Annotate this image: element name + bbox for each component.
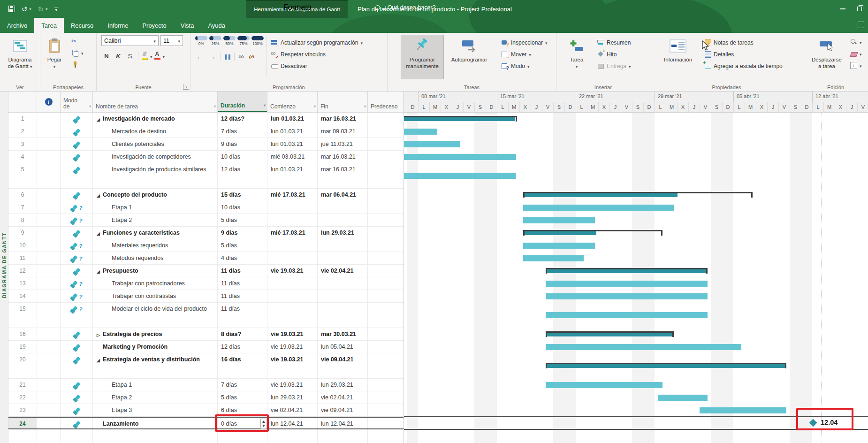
table-row[interactable]: 4 ? Investigación de competidores 10 día… <box>8 151 404 163</box>
expand-collapse-icon[interactable]: ◢ <box>97 115 103 123</box>
table-row[interactable]: 8 ? Etapa 2 5 días <box>8 214 404 227</box>
cell-info[interactable] <box>37 277 61 290</box>
expand-collapse-icon[interactable] <box>106 407 112 408</box>
task-bar[interactable] <box>523 243 595 249</box>
cell-task-name[interactable]: ◢ Presupuesto <box>93 265 218 277</box>
cell-duration[interactable]: 7 días <box>218 379 267 391</box>
row-number[interactable]: 13 <box>8 277 37 290</box>
table-row[interactable]: 5 ? Investigación de productos similares… <box>8 163 404 189</box>
font-name-combo[interactable]: Calibri <box>101 35 159 46</box>
header-modo[interactable]: Modode ▾ <box>61 92 93 112</box>
expand-collapse-icon[interactable] <box>106 293 112 294</box>
cell-finish-date[interactable]: mar 06.04.21 <box>318 189 368 201</box>
manually-schedule-button[interactable]: Programar manualmente <box>401 35 444 79</box>
cell-finish-date[interactable]: lun 05.04.21 <box>318 341 368 353</box>
row-number[interactable]: 10 <box>8 239 37 252</box>
cell-duration[interactable]: 11 días <box>218 277 267 290</box>
cell-task-mode[interactable]: ? <box>61 151 93 163</box>
cell-duration[interactable]: 11 días <box>218 290 267 302</box>
table-row[interactable]: 6 ? ◢ Concepto del producto 15 días mié … <box>8 189 404 201</box>
cell-info[interactable] <box>37 227 61 239</box>
expand-collapse-icon[interactable] <box>106 166 112 167</box>
cell-finish-date[interactable] <box>318 239 368 252</box>
ribbon-tab[interactable]: Recurso <box>64 18 100 33</box>
cell-task-name[interactable]: Materiales requeridos <box>93 239 218 252</box>
header-row-number[interactable] <box>8 92 37 112</box>
cell-task-name[interactable]: Investigación de productos similares <box>93 163 218 188</box>
cell-info[interactable] <box>37 138 61 150</box>
cell-task-mode[interactable]: ? <box>61 303 93 328</box>
minimize-button[interactable] <box>834 0 851 18</box>
scroll-to-task-button[interactable]: Desplazarse a tarea <box>807 35 846 79</box>
cell-info[interactable] <box>37 353 61 378</box>
cell-start-date[interactable]: lun 01.03.21 <box>267 125 318 137</box>
save-icon[interactable] <box>8 6 15 12</box>
cell-task-mode[interactable]: ? <box>61 163 93 188</box>
task-bar[interactable] <box>546 363 786 369</box>
cell-predecessors[interactable] <box>368 418 404 428</box>
task-bar[interactable] <box>546 331 674 337</box>
task-bar[interactable] <box>546 312 708 318</box>
cell-start-date[interactable]: vie 02.04.21 <box>267 404 318 416</box>
table-row[interactable]: 13 ? Trabajar con patrocinadores 11 días <box>8 277 404 290</box>
table-row[interactable]: 9 ? ◢ Funciones y características 9 días… <box>8 227 404 239</box>
bold-button[interactable]: N <box>101 51 112 61</box>
cell-info[interactable] <box>37 328 61 340</box>
italic-button[interactable]: K <box>113 51 123 61</box>
cell-task-mode[interactable]: ? <box>61 277 93 290</box>
tell-me-search[interactable]: ¿Qué desea hacer? <box>375 0 436 15</box>
row-number[interactable]: 4 <box>8 151 37 163</box>
cell-task-name[interactable]: Modelar el ciclo de vida del producto <box>93 303 218 328</box>
cell-duration[interactable]: 7 días <box>218 125 267 137</box>
table-row[interactable]: 14 ? Trabajar con contratistas 11 días <box>8 290 404 303</box>
cell-start-date[interactable]: lun 12.04.21 <box>267 418 318 428</box>
expand-collapse-icon[interactable] <box>106 204 112 205</box>
cell-task-mode[interactable]: ? <box>61 265 93 277</box>
cell-start-date[interactable] <box>267 214 318 226</box>
expand-collapse-icon[interactable] <box>106 128 112 129</box>
cell-task-mode[interactable]: ? <box>61 353 93 378</box>
filter-caret-icon[interactable]: ▾ <box>314 103 316 109</box>
cell-finish-date[interactable]: vie 09.04.21 <box>318 353 368 378</box>
ribbon-tab[interactable]: Ayuda <box>201 18 232 33</box>
table-row[interactable]: 22 ? Etapa 2 5 días lun 29.03.21 vie 02.… <box>8 391 404 404</box>
find-button[interactable] <box>847 36 865 48</box>
cell-predecessors[interactable] <box>368 239 404 252</box>
cell-predecessors[interactable] <box>368 265 404 277</box>
add-to-timeline-button[interactable]: Agregar a escala de tiempo <box>701 60 785 72</box>
indent-task-icon[interactable]: → <box>207 53 218 61</box>
task-bar[interactable] <box>523 217 595 223</box>
percent-complete-button[interactable]: 100% <box>251 36 265 46</box>
ribbon-tab[interactable]: Vista <box>174 18 201 33</box>
cell-info[interactable] <box>37 151 61 163</box>
cell-predecessors[interactable] <box>368 201 404 214</box>
task-bar[interactable] <box>546 344 741 350</box>
task-bar[interactable] <box>404 154 516 160</box>
filter-caret-icon[interactable]: ▾ <box>364 103 366 109</box>
cell-finish-date[interactable] <box>318 277 368 290</box>
cut-button[interactable]: ✂ <box>69 35 86 47</box>
cell-duration[interactable]: 10 días <box>218 151 267 163</box>
cell-predecessors[interactable] <box>368 163 404 188</box>
task-bar[interactable] <box>523 192 753 198</box>
row-number[interactable]: 6 <box>8 189 37 201</box>
format-painter-button[interactable] <box>69 59 86 70</box>
filter-caret-icon[interactable]: ▾ <box>89 103 91 109</box>
table-row[interactable]: 12 ? ◢ Presupuesto 11 días vie 19.03.21 … <box>8 265 404 277</box>
table-row[interactable]: 11 ? Métodos requeridos 4 días <box>8 252 404 265</box>
clear-button[interactable] <box>847 48 865 60</box>
task-bar[interactable] <box>546 382 662 388</box>
expand-collapse-icon[interactable] <box>106 153 112 154</box>
table-row[interactable]: 20 ? ◢ Estrategia de ventas y distribuci… <box>8 353 404 379</box>
cell-task-mode[interactable]: ? <box>61 125 93 137</box>
cell-start-date[interactable] <box>267 239 318 252</box>
customize-qat-icon[interactable]: —▾ <box>54 7 58 11</box>
cell-finish-date[interactable] <box>318 303 368 328</box>
table-row[interactable]: 24 ? Lanzamiento 0 días lun 12.04.21 lun… <box>8 417 404 429</box>
cell-task-name[interactable]: Etapa 3 <box>93 404 218 416</box>
cell-task-mode[interactable]: ? <box>61 391 93 404</box>
cell-info[interactable] <box>37 290 61 302</box>
cell-finish-date[interactable]: mar 09.03.21 <box>318 125 368 137</box>
header-duracion[interactable]: Duración ▾ <box>218 92 267 112</box>
cell-task-mode[interactable]: ? <box>61 239 93 252</box>
